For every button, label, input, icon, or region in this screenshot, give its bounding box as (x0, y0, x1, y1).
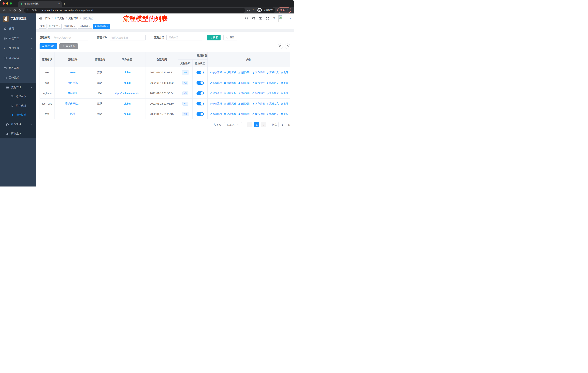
model-name-link[interactable]: 测试多审批人 (65, 102, 80, 105)
avatar[interactable] (278, 15, 286, 22)
model-name-link[interactable]: 自己审批 (68, 81, 78, 84)
action-design-process[interactable]: 设计流程 (224, 102, 236, 105)
create-process-button[interactable]: + 新建流程 (40, 43, 57, 49)
active-toggle[interactable] (197, 112, 204, 116)
sidebar-item-home[interactable]: 首页 (0, 24, 36, 33)
window-zoom-button[interactable] (10, 2, 12, 5)
action-design-process[interactable]: 设计流程 (224, 112, 236, 116)
action-design-process[interactable]: 设计流程 (224, 81, 236, 84)
process-category-select[interactable]: 流程分类 (166, 35, 203, 40)
action-process-definition[interactable]: 流程定义 (266, 92, 279, 95)
sidebar-fold-icon[interactable] (39, 17, 42, 20)
bookmark-star-icon[interactable]: ☆ (252, 9, 255, 12)
action-process-definition[interactable]: 流程定义 (266, 81, 279, 84)
model-name-link[interactable]: OA 请假 (68, 92, 77, 94)
action-design-process[interactable]: 设计流程 (224, 71, 236, 74)
refresh-table-button[interactable] (285, 43, 290, 49)
tag-tenant-mgmt[interactable]: 租户管理 × (48, 24, 62, 29)
sidebar-item-process-model[interactable]: 流程模型 (0, 110, 36, 120)
sidebar-item-payment[interactable]: ¥ 支付管理 (0, 43, 36, 53)
sidebar-item-devtools[interactable]: 研发工具 (0, 63, 36, 73)
tab-close-icon[interactable]: × (58, 2, 60, 5)
sidebar-item-task-mgmt[interactable]: 任务管理 (0, 120, 36, 129)
sidebar-item-user-group[interactable]: 用户分组 (0, 101, 36, 110)
action-delete[interactable]: 删除 (281, 112, 288, 116)
close-icon[interactable]: × (107, 25, 108, 27)
window-minimize-button[interactable] (6, 2, 8, 5)
browser-menu-icon[interactable]: ⋮ (286, 9, 289, 12)
action-design-process[interactable]: 设计流程 (224, 92, 236, 95)
github-icon[interactable] (252, 17, 255, 20)
action-edit-process[interactable]: 修改流程 (210, 71, 222, 74)
action-publish-process[interactable]: 发布流程 (252, 92, 265, 95)
sidebar-item-system[interactable]: 系统管理 (0, 33, 36, 43)
action-assign-rule[interactable]: 分配规则 (238, 71, 251, 74)
breadcrumb-process-mgmt[interactable]: 流程管理 (68, 17, 83, 20)
current-page-button[interactable]: 1 (254, 122, 259, 127)
action-edit-process[interactable]: 修改流程 (210, 92, 222, 95)
prev-page-button[interactable]: ‹ (247, 122, 252, 127)
close-icon[interactable]: × (74, 25, 75, 27)
show-search-button[interactable] (278, 43, 283, 49)
action-assign-rule[interactable]: 分配规则 (238, 102, 251, 105)
action-edit-process[interactable]: 修改流程 (210, 112, 222, 116)
action-delete[interactable]: 删除 (281, 81, 288, 84)
tag-process-form[interactable]: 流程表单 × (78, 24, 92, 29)
help-icon[interactable] (259, 17, 262, 20)
action-edit-process[interactable]: 修改流程 (210, 102, 222, 105)
form-link[interactable]: biubiu (124, 71, 130, 74)
form-link[interactable]: biubiu (124, 102, 130, 105)
action-delete[interactable]: 删除 (281, 71, 288, 74)
password-key-icon[interactable] (247, 9, 250, 12)
avatar-caret-icon[interactable]: ▼ (289, 18, 291, 19)
active-toggle[interactable] (197, 81, 204, 85)
security-label[interactable]: 不安全 (30, 9, 37, 12)
breadcrumb-workflow[interactable]: 工作流程 (54, 17, 68, 20)
sidebar-item-process-form[interactable]: 流程表单 (0, 92, 36, 101)
process-name-input[interactable] (109, 35, 146, 40)
address-bar[interactable]: ⚠ 不安全 dashboard.yudao.iocoder.cn /bpm/ma… (24, 8, 245, 13)
model-name-link[interactable]: eeee (70, 71, 75, 74)
form-link[interactable]: biubiu (124, 112, 130, 115)
next-page-button[interactable]: › (261, 122, 266, 127)
action-assign-rule[interactable]: 分配规则 (238, 92, 251, 95)
action-publish-process[interactable]: 发布流程 (252, 71, 265, 74)
action-process-definition[interactable]: 流程定义 (266, 71, 279, 74)
form-link[interactable]: /bpm/oa/leave/create (115, 92, 139, 95)
tag-my-process[interactable]: 我的流程 × (63, 24, 77, 29)
action-process-definition[interactable]: 流程定义 (266, 112, 279, 116)
fullscreen-icon[interactable] (266, 17, 269, 20)
action-delete[interactable]: 删除 (281, 92, 288, 95)
page-size-select[interactable]: 10条/页 (224, 122, 242, 127)
sidebar-item-workflow[interactable]: 工作流程 (0, 73, 36, 83)
close-icon[interactable]: × (59, 25, 60, 27)
new-tab-button[interactable]: + (63, 2, 65, 6)
browser-tab[interactable]: 芋道管理系统 × (18, 1, 62, 7)
tag-home[interactable]: 首页 (39, 24, 46, 29)
browser-update-button[interactable]: 更新 ⋮ (277, 8, 291, 13)
close-icon[interactable]: × (89, 25, 90, 27)
import-process-button[interactable]: 导入流程 (59, 43, 78, 49)
search-button[interactable]: 搜索 (207, 35, 220, 40)
reload-button[interactable] (12, 9, 17, 12)
active-toggle[interactable] (197, 91, 204, 95)
sidebar-item-infra[interactable]: 基础设施 (0, 53, 36, 63)
forward-button[interactable] (7, 9, 12, 12)
process-id-input[interactable] (52, 35, 88, 40)
action-edit-process[interactable]: 修改流程 (210, 81, 222, 84)
action-publish-process[interactable]: 发布流程 (252, 112, 265, 116)
form-link[interactable]: biubiu (124, 81, 130, 84)
back-button[interactable] (2, 9, 7, 12)
sidebar-item-process-mgmt[interactable]: 流程管理 (0, 83, 36, 92)
breadcrumb-home[interactable]: 首页 (45, 17, 54, 20)
action-delete[interactable]: 删除 (281, 102, 288, 105)
font-size-icon[interactable]: tT (273, 17, 275, 20)
search-icon[interactable] (245, 17, 248, 20)
active-toggle[interactable] (197, 102, 204, 105)
action-publish-process[interactable]: 发布流程 (252, 81, 265, 84)
action-publish-process[interactable]: 发布流程 (252, 102, 265, 105)
action-assign-rule[interactable]: 分配规则 (238, 112, 251, 116)
action-process-definition[interactable]: 流程定义 (266, 102, 279, 105)
sidebar-item-leave-query[interactable]: 请假查询 (0, 129, 36, 138)
reset-button[interactable]: 重置 (223, 35, 237, 40)
